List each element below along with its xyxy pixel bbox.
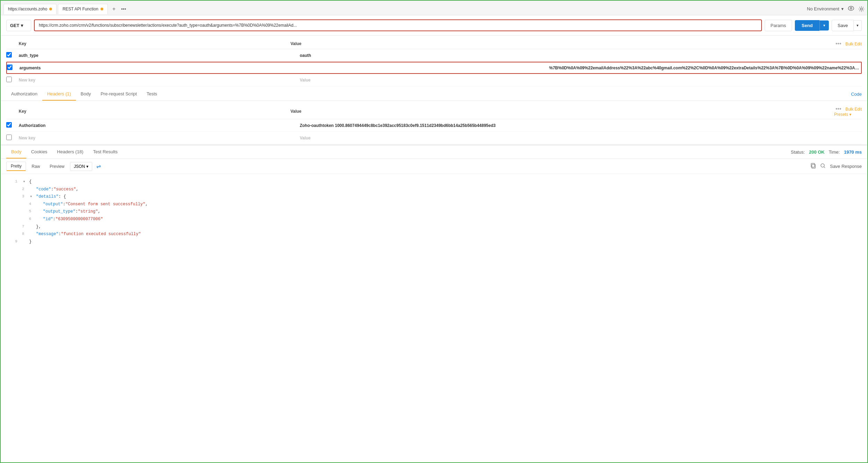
params-bulk-edit-button[interactable]: Bulk Edit [845, 42, 862, 46]
params-check-args [7, 65, 19, 71]
save-response-button[interactable]: Save Response [830, 164, 862, 169]
url-input-wrapper [34, 19, 762, 31]
json-line-9: 9 } [6, 238, 862, 246]
params-new-check [6, 77, 19, 83]
svg-point-0 [848, 6, 854, 10]
headers-new-value: Value [300, 136, 862, 140]
tab-accounts-zoho[interactable]: https://accounts.zoho [3, 4, 57, 14]
headers-key-col: Key [19, 109, 290, 114]
headers-new-check [6, 135, 19, 141]
resp-tab-body[interactable]: Body [6, 146, 26, 158]
url-bar-area: GET ▾ Params Send ▾ Save ▾ [1, 15, 867, 36]
params-checkbox-args[interactable] [7, 65, 12, 70]
headers-new-row: New key Value [6, 132, 862, 144]
json-line-3: 3 ▾ "details" : { [6, 193, 862, 201]
params-new-value: Value [300, 78, 862, 83]
headers-checkbox-auth[interactable] [6, 122, 12, 128]
params-key-args: arguments [19, 66, 549, 70]
params-new-checkbox[interactable] [6, 77, 12, 82]
tab-accounts-label: https://accounts.zoho [8, 7, 47, 11]
tab-bar-right: No Environment ▾ [807, 6, 865, 12]
params-row-auth-type: auth_type oauth [6, 49, 862, 62]
format-tabs: Pretty Raw Preview JSON ▾ ⇌ Save Respons… [1, 159, 867, 174]
fmt-tab-pretty[interactable]: Pretty [6, 162, 26, 171]
method-label: GET [10, 23, 19, 28]
method-select[interactable]: GET ▾ [6, 20, 31, 31]
headers-more-icon[interactable]: ••• [835, 106, 841, 112]
key-col-header: Key [19, 41, 290, 46]
json-line-6: 6 "id" : "63095000000077006" [6, 216, 862, 223]
eye-icon[interactable] [848, 6, 854, 12]
headers-bulk-edit-button[interactable]: Bulk Edit [845, 107, 862, 112]
json-format-label: JSON [74, 164, 85, 169]
headers-new-checkbox[interactable] [6, 135, 12, 140]
value-col-header: Value [290, 41, 834, 46]
json-line-4: 4 "output" : "Consent form sent successf… [6, 201, 862, 208]
tab-body[interactable]: Body [76, 88, 96, 101]
tab-more-button[interactable]: ••• [119, 4, 129, 14]
headers-presets-button[interactable]: Presets ▾ [834, 112, 851, 117]
headers-row-authorization: Authorization Zoho-oauthtoken 1000.86074… [6, 119, 862, 132]
params-new-row: New key Value [6, 74, 862, 86]
params-section: Key Value ••• Bulk Edit auth_type oauth … [1, 36, 867, 86]
send-button[interactable]: Send [795, 20, 820, 31]
params-value-args: %7B%0D%0A%09%22emailAddress%22%3A%22abc%… [549, 66, 861, 70]
json-collapse-1[interactable]: ▾ [23, 178, 28, 186]
time-value: 1970 ms [844, 149, 862, 155]
json-line-7: 7 }, [6, 223, 862, 231]
code-link[interactable]: Code [851, 92, 862, 97]
params-more-icon[interactable]: ••• [835, 41, 841, 46]
json-collapse-3[interactable]: ▾ [30, 193, 35, 201]
wrap-icon[interactable]: ⇌ [96, 163, 101, 170]
url-input[interactable] [34, 19, 762, 31]
headers-value-col: Value [290, 109, 834, 114]
params-check-auth [6, 52, 19, 59]
tab-rest-api-label: REST API Function [62, 7, 98, 11]
json-line-5: 5 "output_type" : "string" , [6, 208, 862, 216]
headers-value-auth: Zoho-oauthtoken 1000.8607494449c8bc1e392… [300, 123, 862, 128]
resp-tab-cookies[interactable]: Cookies [26, 146, 52, 158]
headers-header: Key Value ••• Bulk Edit Presets ▾ [6, 104, 862, 119]
format-right: Save Response [810, 163, 862, 170]
send-btn-group: Send ▾ [795, 20, 829, 31]
tab-add-button[interactable]: + [109, 4, 119, 14]
tab-accounts-dot [49, 8, 52, 10]
params-checkbox-auth[interactable] [6, 52, 12, 58]
params-header: Key Value ••• Bulk Edit [6, 38, 862, 49]
resp-tab-test-results[interactable]: Test Results [88, 146, 122, 158]
send-dropdown-button[interactable]: ▾ [819, 20, 829, 31]
fmt-tab-raw[interactable]: Raw [27, 162, 44, 171]
json-format-chevron-icon: ▾ [86, 164, 88, 169]
status-label: Status: [791, 149, 805, 155]
tab-headers[interactable]: Headers (1) [42, 88, 76, 101]
headers-new-key: New key [19, 136, 300, 140]
env-label: No Environment [807, 6, 839, 11]
settings-icon[interactable] [858, 6, 865, 12]
save-button[interactable]: Save [832, 20, 854, 31]
time-label: Time: [829, 149, 840, 155]
tab-rest-api-dot [101, 8, 103, 10]
copy-icon[interactable] [810, 163, 816, 170]
headers-actions-col: ••• Bulk Edit Presets ▾ [834, 106, 862, 117]
params-new-key: New key [19, 78, 300, 83]
method-chevron-icon: ▾ [21, 23, 23, 28]
headers-section: Key Value ••• Bulk Edit Presets ▾ Author… [1, 101, 867, 144]
save-btn-group: Save ▾ [832, 20, 862, 31]
svg-point-5 [821, 164, 824, 167]
params-button[interactable]: Params [765, 20, 792, 31]
presets-chevron-icon: ▾ [849, 112, 851, 117]
tab-pre-request[interactable]: Pre-request Script [96, 88, 142, 101]
tab-rest-api[interactable]: REST API Function [58, 4, 107, 14]
search-icon[interactable] [820, 163, 826, 170]
tab-authorization[interactable]: Authorization [6, 88, 42, 101]
env-selector[interactable]: No Environment ▾ [807, 6, 844, 11]
json-line-1: 1 ▾ { [6, 178, 862, 186]
response-status: Status: 200 OK Time: 1970 ms [791, 149, 862, 155]
fmt-tab-preview[interactable]: Preview [45, 162, 69, 171]
save-dropdown-button[interactable]: ▾ [854, 20, 862, 31]
tab-bar: https://accounts.zoho REST API Function … [1, 1, 867, 15]
resp-tab-headers[interactable]: Headers (18) [52, 146, 88, 158]
svg-point-2 [860, 8, 862, 10]
json-format-select[interactable]: JSON ▾ [70, 162, 92, 171]
tab-tests[interactable]: Tests [142, 88, 162, 101]
